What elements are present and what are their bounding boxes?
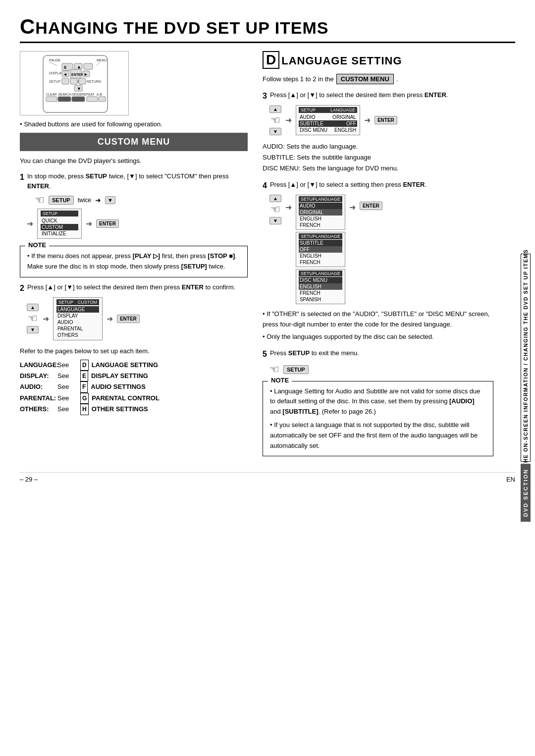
setup-btn2: SETUP: [283, 365, 309, 374]
custom-menu-header: CUSTOM MENU: [20, 133, 248, 151]
section-heading: LANGUAGE SETTING: [281, 54, 402, 67]
step4-screens: SETUPLANGUAGE AUDIO ORIGINAL ENGLISH FRE…: [296, 195, 345, 304]
up-btn: ▲: [27, 304, 39, 311]
step3-text: Press [▲] or [▼] to select the desired i…: [270, 90, 448, 102]
hand5-icon: ☞: [269, 363, 279, 376]
side-label-dvd: DVD SECTION: [521, 464, 531, 522]
subtitle-screen: SETUPLANGUAGE SUBTITLE OFF ENGLISH FRENC…: [296, 232, 345, 267]
step1: 1 In stop mode, press SETUP twice, [▼] t…: [20, 171, 248, 239]
hand4-icon: ☞: [270, 203, 280, 216]
step4-diagrams: ▲ ☞ ▼ ➜ SETUPLANGUAGE AUDIO ORIGINAL ENG…: [269, 195, 493, 304]
s4-up-btn: ▲: [269, 195, 281, 202]
enter-btn-mock: ENTER: [96, 219, 119, 228]
setting-display: DISPLAY: See E DISPLAY SETTING: [20, 371, 248, 381]
down-btn: ▼: [27, 326, 39, 333]
step4-bullet1: • If "OTHER" is selected on the "AUDIO",…: [263, 309, 493, 330]
discmenu-note: DISC MENU: Sets the language for DVD men…: [263, 163, 493, 174]
step2-number: 2: [20, 282, 24, 294]
step3-notes: AUDIO: Sets the audio language. SUBTITLE…: [263, 141, 493, 174]
svg-text:A-B: A-B: [97, 93, 102, 96]
refer-text: Refer to the pages below to set up each …: [20, 347, 248, 355]
svg-text:◄: ◄: [63, 72, 67, 77]
step4-text: Press [▲] or [▼] to select a setting the…: [270, 180, 427, 192]
svg-rect-9: [84, 63, 93, 69]
s3-enter-arrow: ➜: [364, 115, 371, 125]
step4: 4 Press [▲] or [▼] to select a setting t…: [263, 180, 493, 304]
note-text: • If the menu does not appear, press [PL…: [27, 251, 240, 272]
follow-text: Follow steps 1 to 2 in the CUSTOM MENU .: [263, 74, 493, 84]
custom-menu-desc: You can change the DVD player's settings…: [20, 157, 248, 164]
svg-rect-21: [70, 78, 77, 84]
left-column: PAUSE MENU II ▲ DISPLAY ◄: [20, 51, 248, 462]
svg-text:▲: ▲: [77, 64, 81, 69]
step2: 2 Press [▲] or [▼] to select the desired…: [20, 282, 248, 340]
hand3-icon: ☞: [270, 114, 280, 127]
custom-menu-inline-box: CUSTOM MENU: [336, 74, 394, 84]
note-title: NOTE: [25, 241, 49, 249]
svg-rect-29: [46, 97, 57, 102]
bullet-note: • Shaded buttons are used for following …: [20, 120, 248, 128]
arrow-right-icon2: ➜: [27, 219, 33, 228]
title-first-letter: C: [20, 15, 35, 38]
arrow-right-icon: ➜: [95, 196, 101, 204]
step4-number: 4: [263, 180, 267, 192]
remote-svg: PAUSE MENU II ▲ DISPLAY ◄: [23, 54, 127, 114]
svg-rect-32: [87, 97, 98, 102]
down-arrow-btn: ▼: [105, 196, 115, 204]
side-label-area: THE ON-SCREEN INFORMATION / CHANGING THE…: [516, 50, 535, 726]
s4-arrow: ➜: [285, 203, 292, 212]
screen1-mock: SETUP QUICK CUSTOM INITIALIZE: [37, 209, 82, 239]
svg-rect-33: [99, 97, 106, 102]
step1-text: In stop mode, press SETUP twice, [▼] to …: [27, 171, 248, 191]
svg-rect-30: [58, 97, 71, 102]
note-box: NOTE • If the menu does not appear, pres…: [20, 246, 248, 277]
step2-text: Press [▲] or [▼] to select the desired i…: [27, 282, 235, 294]
subtitle-note: SUBTITLE: Sets the subtitle language: [263, 152, 493, 163]
svg-text:CLEAR: CLEAR: [46, 93, 57, 96]
s3-arrow: ➜: [285, 115, 292, 125]
remote-image: PAUSE MENU II ▲ DISPLAY ◄: [20, 51, 129, 115]
svg-text:SETUP: SETUP: [49, 80, 61, 83]
section-letter: D: [263, 51, 279, 69]
step4-bullet2: • Only the languages supported by the di…: [263, 332, 493, 342]
page-footer: – 29 – EN: [20, 472, 515, 483]
step5-number: 5: [263, 348, 267, 360]
twice-label: twice: [78, 197, 91, 204]
s4-enter-btn: ENTER: [360, 202, 382, 210]
enter-btn2: ENTER: [117, 315, 140, 323]
step5-diagram: ☞ SETUP: [269, 363, 493, 376]
step3-diagram: ▲ ☞ ▼ ➜ SETUPLANGUAGE AUDIOORIGINAL SUBT…: [269, 105, 493, 135]
step1-number: 1: [20, 171, 24, 191]
note2-box: NOTE • Language Setting for Audio and Su…: [263, 381, 493, 457]
side-label-main: THE ON-SCREEN INFORMATION / CHANGING THE…: [521, 254, 531, 462]
s3-down-btn: ▼: [269, 128, 281, 135]
note2-bullet2: • If you select a language that is not s…: [270, 420, 486, 451]
footer-lang: EN: [506, 476, 515, 483]
svg-text:ENTER: ENTER: [71, 73, 83, 76]
step3: 3 Press [▲] or [▼] to select the desired…: [263, 90, 493, 135]
settings-list: LANGUAGE: See D LANGUAGE SETTING DISPLAY…: [20, 360, 248, 415]
screen2-mock: SETUPCUSTOM LANGUAGE DISPLAY AUDIO PAREN…: [53, 297, 103, 340]
step2-diagram: ▲ ☞ ▼ ➜ SETUPCUSTOM LANGUAGE DISPLAY AUD…: [27, 297, 248, 340]
note2-bullet1: • Language Setting for Audio and Subtitl…: [270, 386, 486, 417]
hand2-icon: ☞: [28, 312, 38, 325]
s3-up-btn: ▲: [269, 106, 281, 113]
svg-text:►: ►: [84, 72, 88, 77]
hand-icon: ☞: [35, 194, 45, 207]
svg-text:MENU: MENU: [97, 58, 107, 62]
screen3-mock: SETUPLANGUAGE AUDIOORIGINAL SUBTITLEOFF …: [296, 105, 360, 135]
title-rest: HANGING THE DVD SET UP ITEMS: [35, 18, 328, 37]
note2-title: NOTE: [268, 377, 292, 384]
step5-text: Press SETUP to exit the menu.: [270, 348, 359, 360]
arrow-right-icon5: ➜: [107, 314, 113, 324]
svg-text:REPEAT: REPEAT: [82, 93, 95, 96]
step1-diagram-twice: ☞ SETUP twice ➜ ▼: [35, 194, 248, 207]
step1-diagram-screen: ➜ SETUP QUICK CUSTOM INITIALIZE ➜ ENTER: [27, 209, 248, 239]
step5: 5 Press SETUP to exit the menu. ☞ SETUP: [263, 348, 493, 376]
setting-parental: PARENTAL: See G PARENTAL CONTROL: [20, 393, 248, 404]
setting-language: LANGUAGE: See D LANGUAGE SETTING: [20, 360, 248, 371]
page-title: CHANGING THE DVD SET UP ITEMS: [20, 15, 515, 43]
setup-btn-mock: SETUP: [49, 196, 74, 205]
svg-text:PAUSE: PAUSE: [49, 58, 61, 62]
audio-screen: SETUPLANGUAGE AUDIO ORIGINAL ENGLISH FRE…: [296, 195, 345, 230]
